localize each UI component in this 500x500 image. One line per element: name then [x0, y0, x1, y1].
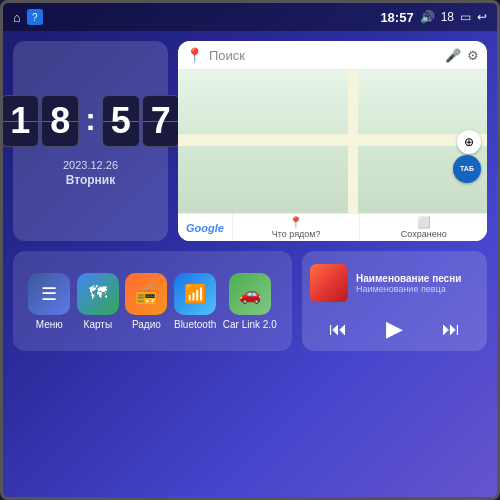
carlink-icon-symbol: 🚗: [239, 283, 261, 305]
saved-icon: ⬜: [417, 216, 431, 229]
app-item-radio[interactable]: 📻 Радио: [125, 273, 167, 330]
nearby-button[interactable]: 📍 Что рядом?: [232, 214, 360, 241]
app-item-carlink[interactable]: 🚗 Car Link 2.0: [223, 273, 277, 330]
map-road-horizontal: [178, 134, 487, 146]
back-icon[interactable]: ↩: [477, 10, 487, 24]
status-bar: ⌂ ? 18:57 🔊 18 ▭ ↩: [3, 3, 497, 31]
menu-app-icon: ☰: [28, 273, 70, 315]
hour-ones: 8: [41, 95, 79, 147]
bluetooth-icon-symbol: 📶: [184, 283, 206, 305]
radio-icon-symbol: 📻: [135, 283, 157, 305]
music-artist: Наименование певца: [356, 284, 479, 294]
album-art: [310, 264, 348, 302]
settings-icon[interactable]: ⚙: [467, 48, 479, 63]
bottom-row: ☰ Меню 🗺 Карты 📻 Радио: [13, 251, 487, 351]
music-info-row: Наименование песни Наименование певца: [302, 251, 487, 311]
min-tens: 5: [102, 95, 140, 147]
music-text: Наименование песни Наименование певца: [356, 273, 479, 294]
map-road-vertical: [348, 70, 358, 213]
battery-icon: ▭: [460, 10, 471, 24]
carlink-app-icon: 🚗: [229, 273, 271, 315]
maps-app-icon: 🗺: [77, 273, 119, 315]
time-display: 18:57: [380, 10, 413, 25]
min-ones: 7: [142, 95, 180, 147]
next-icon: ⏭: [442, 319, 460, 340]
app-icon[interactable]: ?: [27, 9, 43, 25]
music-controls: ⏮ ▶ ⏭: [302, 311, 487, 351]
home-icon[interactable]: ⌂: [13, 10, 21, 25]
google-logo: Google: [178, 222, 232, 234]
next-button[interactable]: ⏭: [435, 315, 467, 343]
hour-tens: 1: [1, 95, 39, 147]
date-info: 2023.12.26 Вторник: [63, 159, 118, 187]
volume-icon: 🔊: [420, 10, 435, 24]
map-nav-button[interactable]: ТАБ: [453, 155, 481, 183]
maps-icon-symbol: 🗺: [89, 283, 107, 304]
signal-display: 18: [441, 10, 454, 24]
top-row: 1 8 : 5 7 2023.12.26 Вторник 📍: [13, 41, 487, 241]
screen: ⌂ ? 18:57 🔊 18 ▭ ↩ 1 8 :: [0, 0, 500, 500]
status-right-icons: 18:57 🔊 18 ▭ ↩: [380, 10, 487, 25]
main-content: 1 8 : 5 7 2023.12.26 Вторник 📍: [3, 31, 497, 497]
bluetooth-app-label: Bluetooth: [174, 319, 216, 330]
flip-clock: 1 8 : 5 7: [1, 95, 180, 147]
saved-label: Сохранено: [401, 229, 447, 239]
maps-app-label: Карты: [84, 319, 113, 330]
date-display: 2023.12.26: [63, 159, 118, 171]
prev-icon: ⏮: [329, 319, 347, 340]
status-left-icons: ⌂ ?: [13, 9, 43, 25]
radio-app-label: Радио: [132, 319, 161, 330]
nav-label: ТАБ: [460, 165, 474, 173]
map-pin-icon: 📍: [186, 47, 203, 63]
prev-button[interactable]: ⏮: [322, 315, 354, 343]
map-area[interactable]: ⊕ ТАБ: [178, 70, 487, 213]
minutes-group: 5 7: [102, 95, 180, 147]
map-widget: 📍 Поиск 🎤 ⚙ ⊕ ТАБ Google: [178, 41, 487, 241]
clock-widget: 1 8 : 5 7 2023.12.26 Вторник: [13, 41, 168, 241]
app-item-maps[interactable]: 🗺 Карты: [77, 273, 119, 330]
hours-group: 1 8: [1, 95, 79, 147]
bluetooth-app-icon: 📶: [174, 273, 216, 315]
clock-colon: :: [85, 101, 96, 138]
radio-app-icon: 📻: [125, 273, 167, 315]
day-display: Вторник: [63, 173, 118, 187]
location-icon: ⊕: [464, 135, 474, 149]
play-icon: ▶: [386, 316, 403, 342]
map-search-placeholder[interactable]: Поиск: [209, 48, 439, 63]
album-art-image: [310, 264, 348, 302]
music-title: Наименование песни: [356, 273, 479, 284]
saved-button[interactable]: ⬜ Сохранено: [359, 214, 487, 241]
music-widget: Наименование песни Наименование певца ⏮ …: [302, 251, 487, 351]
apps-widget: ☰ Меню 🗺 Карты 📻 Радио: [13, 251, 292, 351]
nearby-icon: 📍: [289, 216, 303, 229]
menu-icon-symbol: ☰: [41, 283, 57, 305]
map-footer: Google 📍 Что рядом? ⬜ Сохранено: [178, 213, 487, 241]
app-item-bluetooth[interactable]: 📶 Bluetooth: [174, 273, 216, 330]
mic-icon[interactable]: 🎤: [445, 48, 461, 63]
app-item-menu[interactable]: ☰ Меню: [28, 273, 70, 330]
menu-app-label: Меню: [36, 319, 63, 330]
nearby-label: Что рядом?: [272, 229, 321, 239]
carlink-app-label: Car Link 2.0: [223, 319, 277, 330]
play-button[interactable]: ▶: [378, 315, 410, 343]
map-search-bar: 📍 Поиск 🎤 ⚙: [178, 41, 487, 70]
map-location-button[interactable]: ⊕: [457, 130, 481, 154]
